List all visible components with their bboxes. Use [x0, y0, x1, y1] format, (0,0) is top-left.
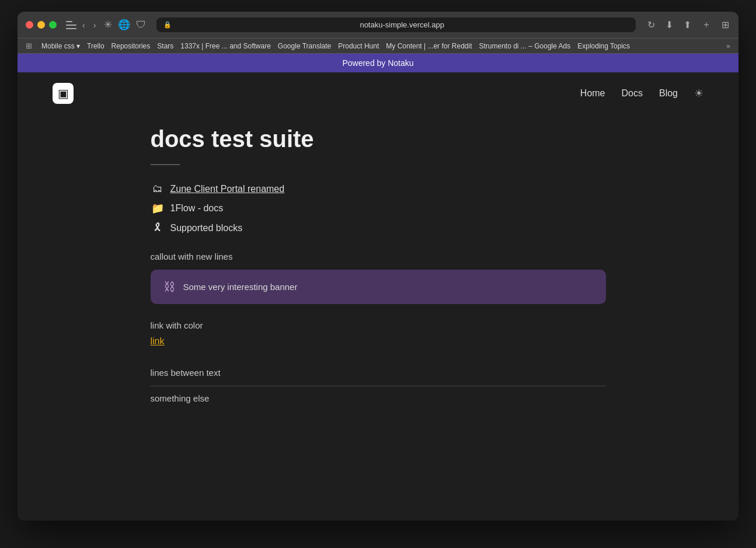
- callout-label: callout with new lines: [151, 252, 606, 261]
- bookmark-my-content[interactable]: My Content | ...er for Reddit: [386, 42, 472, 50]
- main-content: docs test suite 🗂 Zune Client Portal ren…: [116, 114, 641, 435]
- share-button[interactable]: ⬆: [682, 18, 692, 32]
- browser-titlebar: ‹ › ✳ 🌐 🛡 🔒 ↻ ⬇ ⬆ ＋ ⊞: [18, 12, 738, 39]
- bookmark-product-hunt[interactable]: Product Hunt: [338, 42, 379, 50]
- maximize-button[interactable]: [49, 21, 57, 29]
- nav-blog[interactable]: Blog: [659, 88, 678, 98]
- nav-home[interactable]: Home: [580, 88, 605, 98]
- download-button[interactable]: ⬇: [664, 18, 674, 32]
- logo-symbol: ▣: [58, 86, 69, 100]
- list-item: 📁 1Flow - docs: [151, 198, 606, 218]
- minimize-button[interactable]: [37, 21, 45, 29]
- site-logo[interactable]: ▣: [53, 83, 74, 104]
- close-button[interactable]: [26, 21, 33, 29]
- browser-actions: ↻ ⬇ ⬆ ＋ ⊞: [646, 18, 730, 32]
- callout-text: Some very interesting banner: [183, 282, 298, 292]
- apps-grid-icon[interactable]: ⊞: [26, 41, 32, 50]
- bookmarks-bar: ⊞ Mobile css ▾ Trello Repositories Stars…: [18, 39, 738, 54]
- content-divider: [151, 386, 606, 386]
- 1flow-label: 1Flow - docs: [170, 203, 224, 214]
- colored-link[interactable]: link: [151, 336, 165, 346]
- site-nav: ▣ Home Docs Blog ☀: [18, 72, 738, 114]
- lines-label: lines between text: [151, 368, 606, 378]
- forward-button[interactable]: ›: [91, 19, 99, 31]
- title-divider: [151, 164, 180, 165]
- folder-icon-zune: 🗂: [151, 183, 165, 195]
- nav-docs[interactable]: Docs: [622, 88, 643, 98]
- traffic-lights: [26, 21, 57, 29]
- back-button[interactable]: ‹: [80, 19, 88, 31]
- nav-links: Home Docs Blog ☀: [580, 87, 703, 100]
- callout-chain-icon: ⛓: [163, 280, 175, 294]
- page-title: docs test suite: [151, 126, 606, 152]
- apps-button[interactable]: ⊞: [720, 18, 730, 32]
- banner-text: Powered by Notaku: [342, 58, 413, 68]
- link-color-section: link with color link: [151, 320, 606, 347]
- bookmark-mobile-css[interactable]: Mobile css ▾: [41, 42, 80, 50]
- theme-toggle-button[interactable]: ☀: [694, 88, 703, 99]
- bookmark-stars[interactable]: Stars: [157, 42, 173, 50]
- folder-icon-1flow: 📁: [151, 202, 165, 215]
- address-bar-container: 🔒: [156, 18, 636, 32]
- browser-controls: ‹ ›: [65, 19, 98, 31]
- supported-blocks-label: Supported blocks: [170, 223, 243, 233]
- ribbon-icon: 🎗: [151, 222, 165, 234]
- bookmarks-more-button[interactable]: »: [726, 42, 730, 50]
- zune-link[interactable]: Zune Client Portal renamed: [170, 184, 285, 194]
- extension-icon-shield[interactable]: 🛡: [136, 19, 146, 31]
- link-color-label: link with color: [151, 320, 606, 330]
- list-item: 🎗 Supported blocks: [151, 218, 606, 238]
- browser-window: ‹ › ✳ 🌐 🛡 🔒 ↻ ⬇ ⬆ ＋ ⊞ ⊞ Mobile css ▾ Tre…: [18, 12, 738, 521]
- bookmark-exploding-topics[interactable]: Exploding Topics: [577, 42, 630, 50]
- page-list: 🗂 Zune Client Portal renamed 📁 1Flow - d…: [151, 179, 606, 238]
- bookmark-google-translate[interactable]: Google Translate: [278, 42, 331, 50]
- list-item: 🗂 Zune Client Portal renamed: [151, 179, 606, 198]
- notaku-banner: Powered by Notaku: [18, 54, 738, 72]
- bookmark-trello[interactable]: Trello: [87, 42, 104, 50]
- bookmark-strumento[interactable]: Strumento di ... – Google Ads: [479, 42, 570, 50]
- lines-section: lines between text something else: [151, 368, 606, 403]
- extension-icon-globe[interactable]: 🌐: [118, 19, 130, 31]
- reload-button[interactable]: ↻: [646, 18, 656, 32]
- bookmark-repositories[interactable]: Repositories: [112, 42, 151, 50]
- extension-icon-sun[interactable]: ✳: [104, 19, 112, 31]
- callout-block: ⛓ Some very interesting banner: [151, 270, 606, 304]
- something-else-text: something else: [151, 393, 606, 403]
- browser-content: Powered by Notaku ▣ Home Docs Blog ☀ doc…: [18, 54, 738, 521]
- address-bar[interactable]: [175, 20, 629, 29]
- lock-icon: 🔒: [163, 21, 172, 29]
- new-tab-button[interactable]: ＋: [701, 18, 712, 32]
- bookmark-1337x[interactable]: 1337x | Free ... and Software: [180, 42, 271, 50]
- sidebar-toggle-button[interactable]: [66, 21, 76, 29]
